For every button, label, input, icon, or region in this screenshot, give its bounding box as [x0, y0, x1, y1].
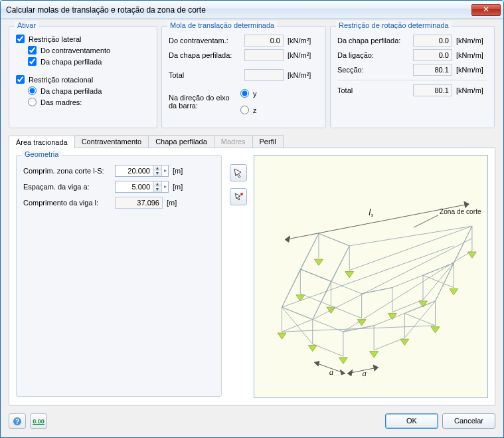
zone-label: Zona de corte — [440, 208, 481, 215]
trans-total-value — [244, 69, 284, 81]
translation-legend: Mola de translação determinada — [167, 21, 277, 29]
tab-bar: Área tracionada Contraventamento Chapa p… — [9, 135, 495, 148]
tab-perfil[interactable]: Perfil — [252, 135, 284, 148]
rot-sheeting-radio[interactable] — [28, 86, 37, 95]
trans-total-label: Total — [169, 71, 240, 79]
ls-input[interactable] — [116, 167, 153, 175]
trans-total-unit: [kN/m²] — [288, 71, 319, 79]
dir-z-radio[interactable] — [240, 106, 249, 114]
trans-bracing-unit: [kN/m²] — [288, 37, 319, 45]
rot-sheeting-row-label: Da chapa perfilada: — [337, 37, 409, 45]
a-up-icon[interactable]: ▲ — [153, 181, 161, 187]
rot-purlins-radio[interactable] — [28, 98, 37, 106]
a-unit: [m] — [173, 183, 183, 191]
rot-section-unit: [kNm/m] — [456, 66, 487, 74]
rotation-group: Restrição de rotação determinada Da chap… — [330, 26, 495, 128]
trans-bracing-label: Do contraventam.: — [169, 37, 240, 45]
rot-section-label: Secção: — [337, 66, 409, 74]
l-unit: [m] — [167, 199, 177, 207]
ls-side-icon[interactable]: ▸ — [161, 165, 168, 176]
sheeting-label: Da chapa perfilada — [41, 58, 102, 66]
help-button[interactable]: ? — [9, 413, 26, 429]
a-label: Espaçam. da viga a: — [23, 183, 111, 191]
direction-label: Na direção do eixo da barra: — [169, 94, 232, 110]
sheeting-checkbox[interactable] — [28, 57, 37, 66]
svg-marker-20 — [315, 361, 319, 366]
tab-area-tracionada[interactable]: Área tracionada — [9, 136, 75, 148]
rot-purlins-label: Das madres: — [41, 98, 82, 106]
bottom-bar: ? 0.00 OK Cancelar — [9, 413, 495, 429]
close-button[interactable]: ✕ — [471, 4, 501, 16]
ls-up-icon[interactable]: ▲ — [153, 165, 161, 171]
rot-total-label: Total — [337, 86, 409, 94]
a-spinner[interactable]: ▲▼ ▸ — [115, 181, 169, 193]
rot-sheeting-row-value: 0.0 — [413, 35, 452, 47]
svg-marker-18 — [464, 201, 469, 207]
svg-text:?: ? — [15, 418, 19, 425]
svg-marker-5 — [400, 339, 409, 345]
pick-button[interactable] — [230, 164, 247, 181]
rot-section-value: 80.1 — [413, 64, 452, 76]
svg-point-0 — [240, 193, 243, 195]
trans-bracing-value: 0.0 — [244, 35, 284, 47]
svg-marker-13 — [315, 259, 323, 265]
svg-marker-2 — [308, 345, 317, 351]
tab-contraventamento[interactable]: Contraventamento — [74, 135, 149, 148]
svg-marker-24 — [373, 365, 378, 371]
svg-marker-14 — [345, 272, 354, 278]
rot-connection-label: Da ligação: — [337, 51, 409, 59]
cancel-button[interactable]: Cancelar — [442, 413, 495, 429]
trans-sheeting-unit: [kN/m²] — [288, 51, 319, 59]
geometry-legend: Geometria — [22, 150, 61, 158]
dir-y-label: y — [253, 90, 257, 98]
a-input[interactable] — [116, 183, 153, 191]
help-icon: ? — [13, 417, 22, 426]
ls-down-icon[interactable]: ▼ — [153, 171, 161, 176]
a-side-icon[interactable]: ▸ — [161, 181, 168, 192]
rot-sheeting-row-unit: [kNm/m] — [456, 37, 487, 45]
svg-marker-4 — [370, 352, 378, 358]
rotational-restriction-label: Restrição rotacional — [29, 76, 93, 84]
trans-sheeting-value — [244, 49, 284, 61]
svg-marker-1 — [278, 333, 286, 339]
svg-marker-6 — [431, 327, 440, 333]
units-button[interactable]: 0.00 — [30, 413, 47, 429]
a-down-icon[interactable]: ▼ — [153, 187, 161, 192]
rot-total-value: 80.1 — [413, 84, 452, 96]
rot-connection-unit: [kNm/m] — [456, 51, 487, 59]
a-symbol-2: a — [363, 368, 367, 378]
units-icon: 0.00 — [33, 418, 44, 425]
activate-group: Ativar Restrição lateral Do contraventam… — [9, 26, 157, 128]
tab-madres: Madres — [214, 135, 253, 148]
l-value: 37.096 — [115, 197, 163, 209]
ls-symbol: ls — [369, 207, 374, 219]
dialog-content: Ativar Restrição lateral Do contraventam… — [1, 19, 503, 437]
lateral-restriction-label: Restrição lateral — [29, 35, 81, 43]
tab-chapa-perfilada[interactable]: Chapa perfilada — [148, 135, 214, 148]
svg-marker-23 — [347, 370, 352, 376]
ls-spinner[interactable]: ▲▼ ▸ — [115, 165, 169, 177]
bracing-checkbox[interactable] — [28, 46, 37, 55]
pick-node-button[interactable] — [230, 188, 247, 205]
l-label: Comprimento da viga l: — [23, 199, 111, 207]
rotational-restriction-checkbox[interactable] — [16, 75, 25, 84]
rotation-legend: Restrição de rotação determinada — [336, 21, 452, 29]
dir-z-label: z — [253, 106, 257, 114]
window-title: Calcular molas de translação e rotação d… — [6, 5, 471, 15]
illustration-panel: ls a a Zo — [254, 155, 488, 398]
ok-button[interactable]: OK — [385, 413, 438, 429]
cursor-node-icon — [233, 191, 244, 202]
geometry-group: Geometria Comprim. zona corte l-S: ▲▼ ▸ … — [16, 155, 222, 397]
dir-y-radio[interactable] — [240, 89, 249, 98]
translation-group: Mola de translação determinada Do contra… — [161, 26, 326, 128]
tab-panel: Geometria Comprim. zona corte l-S: ▲▼ ▸ … — [9, 148, 495, 405]
lateral-restriction-checkbox[interactable] — [16, 35, 25, 43]
rotation-separator — [337, 80, 487, 80]
svg-marker-17 — [285, 236, 290, 242]
svg-marker-7 — [296, 295, 305, 301]
bracing-label: Do contraventamento — [41, 47, 110, 55]
rot-connection-value: 0.0 — [413, 49, 452, 61]
rot-total-unit: [kNm/m] — [456, 86, 487, 94]
cursor-select-icon — [233, 167, 244, 178]
trans-sheeting-label: Da chapa perfilada: — [169, 51, 240, 59]
